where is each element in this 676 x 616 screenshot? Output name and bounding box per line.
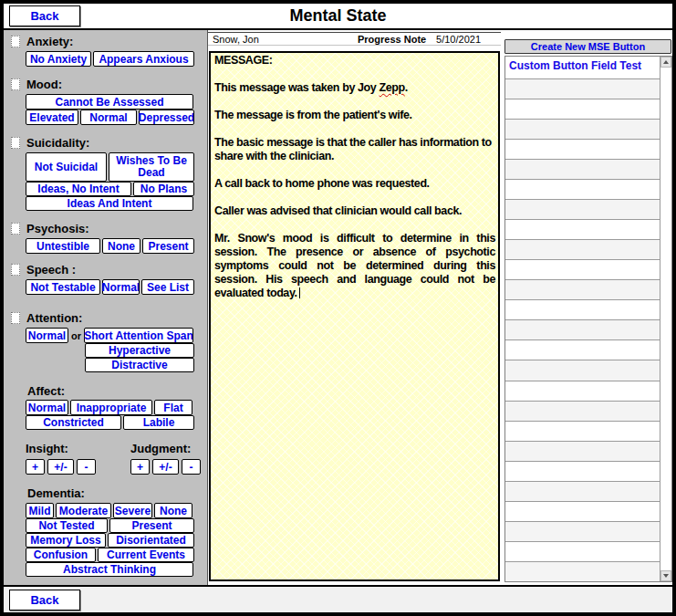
cannot-be-assessed-button[interactable]: Cannot Be Assessed <box>26 94 193 110</box>
main-area: Anxiety: No Anxiety Appears Anxious Mood… <box>4 30 672 585</box>
no-plans-button[interactable]: No Plans <box>133 182 194 196</box>
scroll-up-button[interactable] <box>660 57 671 68</box>
list-row-empty[interactable] <box>505 240 660 260</box>
affect-inappropriate-button[interactable]: Inappropriate <box>70 400 152 415</box>
scroll-down-button[interactable] <box>660 570 671 581</box>
dementia-not-tested-button[interactable]: Not Tested <box>26 518 108 533</box>
ideas-no-intent-button[interactable]: Ideas, No Intent <box>26 182 131 196</box>
hyperactive-button[interactable]: Hyperactive <box>85 343 194 358</box>
appears-anxious-button[interactable]: Appears Anxious <box>93 51 194 67</box>
list-scrollbar[interactable] <box>660 57 671 581</box>
attention-normal-button[interactable]: Normal <box>26 328 68 343</box>
speech-label: Speech : <box>26 263 76 277</box>
message-paragraph-1: This message was taken by Joy Zepp. <box>214 81 495 95</box>
anxiety-checkbox[interactable] <box>11 36 20 47</box>
constricted-button[interactable]: Constricted <box>26 415 121 430</box>
list-row-empty[interactable] <box>505 381 660 402</box>
judgment-plus-button[interactable]: + <box>130 459 150 475</box>
list-row-empty[interactable] <box>505 280 660 300</box>
wishes-to-be-dead-button[interactable]: Wishes To Be Dead <box>109 152 194 182</box>
list-row-empty[interactable] <box>505 160 660 180</box>
psychosis-checkbox[interactable] <box>11 223 20 235</box>
ideas-and-intent-button[interactable]: Ideas And Intent <box>26 196 193 211</box>
list-row-empty[interactable] <box>505 180 660 200</box>
insight-plus-minus-button[interactable]: +/- <box>47 459 74 475</box>
misspelled-word: Zepp <box>379 81 404 94</box>
custom-button-item[interactable]: Custom Button Field Test <box>505 57 660 79</box>
affect-flat-button[interactable]: Flat <box>154 400 192 415</box>
back-button-bottom[interactable]: Back <box>9 590 80 611</box>
psychosis-label: Psychosis: <box>26 222 89 235</box>
list-row-empty[interactable] <box>505 360 660 381</box>
dementia-severe-button[interactable]: Severe <box>113 503 152 518</box>
list-row-empty[interactable] <box>505 462 660 482</box>
insight-minus-button[interactable]: - <box>77 459 96 475</box>
list-row-empty[interactable] <box>505 140 660 160</box>
psychosis-none-button[interactable]: None <box>102 238 140 254</box>
list-row-empty[interactable] <box>505 260 660 280</box>
list-row-empty[interactable] <box>505 340 660 360</box>
list-row-empty[interactable] <box>505 542 660 562</box>
mood-normal-button[interactable]: Normal <box>80 110 137 125</box>
page-title: Mental State <box>4 6 672 26</box>
insight-plus-button[interactable]: + <box>26 459 45 475</box>
short-attention-span-button[interactable]: Short Attention Span <box>84 328 193 343</box>
attention-section: Attention: Normal or Short Attention Spa… <box>4 311 207 372</box>
attention-label: Attention: <box>26 311 82 325</box>
mood-label: Mood: <box>26 78 62 91</box>
list-row-empty[interactable] <box>505 79 660 99</box>
message-paragraph-5: Caller was advised that clinician would … <box>214 204 495 218</box>
note-column: Snow, Jon Progress Note 5/10/2021 MESSAG… <box>208 30 501 585</box>
dementia-mild-button[interactable]: Mild <box>26 503 54 518</box>
list-row-empty[interactable] <box>505 200 660 220</box>
message-text-area[interactable]: MESSAGE: This message was taken by Joy Z… <box>209 51 500 581</box>
list-row-empty[interactable] <box>505 99 660 120</box>
list-row-empty[interactable] <box>505 562 660 581</box>
disorientated-button[interactable]: Disorientated <box>108 533 194 548</box>
list-row-empty[interactable] <box>505 220 660 240</box>
scroll-down-icon <box>663 574 669 578</box>
list-row-empty[interactable] <box>505 300 660 320</box>
list-row-empty[interactable] <box>505 120 660 140</box>
labile-button[interactable]: Labile <box>123 415 194 430</box>
affect-normal-button[interactable]: Normal <box>26 400 68 415</box>
speech-normal-button[interactable]: Normal <box>102 279 140 295</box>
distractive-button[interactable]: Distractive <box>85 358 194 372</box>
message-paragraph-6: Mr. Snow's mood is difficult to determin… <box>214 232 495 300</box>
list-row-empty[interactable] <box>505 522 660 542</box>
memory-loss-button[interactable]: Memory Loss <box>26 533 106 548</box>
abstract-thinking-button[interactable]: Abstract Thinking <box>26 562 193 577</box>
list-row-empty[interactable] <box>505 320 660 340</box>
suicidality-label: Suicidality: <box>26 136 89 150</box>
message-paragraph-3: The basic message is that the caller has… <box>214 136 495 163</box>
suicidality-section: Suicidality: Not Suicidal Wishes To Be D… <box>4 136 207 211</box>
suicidality-checkbox[interactable] <box>11 137 20 149</box>
list-row-empty[interactable] <box>505 402 660 422</box>
dementia-none-button[interactable]: None <box>154 503 192 518</box>
dementia-moderate-button[interactable]: Moderate <box>56 503 111 518</box>
dementia-present-button[interactable]: Present <box>109 518 194 533</box>
text-cursor <box>299 287 300 298</box>
mood-checkbox[interactable] <box>11 78 20 90</box>
psychosis-untestible-button[interactable]: Untestible <box>26 238 100 254</box>
no-anxiety-button[interactable]: No Anxiety <box>26 51 91 67</box>
speech-checkbox[interactable] <box>11 264 20 276</box>
not-suicidal-button[interactable]: Not Suicidal <box>26 152 107 182</box>
judgment-plus-minus-button[interactable]: +/- <box>152 459 179 475</box>
mood-elevated-button[interactable]: Elevated <box>26 110 78 125</box>
list-row-empty[interactable] <box>505 442 660 462</box>
create-new-mse-button[interactable]: Create New MSE Button <box>504 39 671 54</box>
speech-not-testable-button[interactable]: Not Testable <box>26 279 100 295</box>
list-row-empty[interactable] <box>505 482 660 502</box>
judgment-label: Judgment: <box>130 442 201 455</box>
mood-depressed-button[interactable]: Depressed <box>139 110 194 125</box>
judgment-minus-button[interactable]: - <box>182 459 201 475</box>
speech-see-list-button[interactable]: See List <box>141 279 194 295</box>
confusion-button[interactable]: Confusion <box>26 548 96 562</box>
current-events-button[interactable]: Current Events <box>98 548 194 562</box>
attention-checkbox[interactable] <box>11 312 20 324</box>
bottom-bar: Back <box>4 585 672 612</box>
list-row-empty[interactable] <box>505 422 660 442</box>
list-row-empty[interactable] <box>505 502 660 522</box>
psychosis-present-button[interactable]: Present <box>142 238 194 254</box>
